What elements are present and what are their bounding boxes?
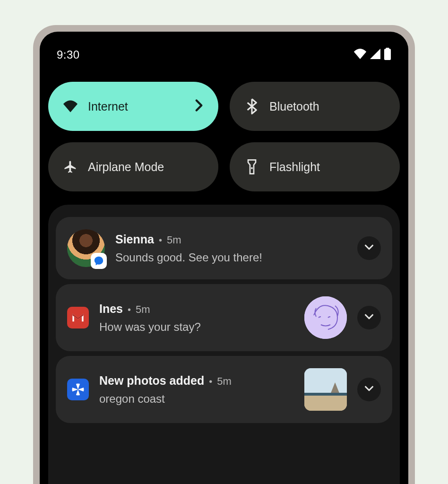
- status-time: 9:30: [57, 48, 80, 61]
- wifi-status-icon: [353, 49, 367, 61]
- airplane-icon: [63, 160, 78, 174]
- status-bar: 9:30: [48, 32, 400, 75]
- qs-tile-bluetooth[interactable]: Bluetooth: [230, 82, 400, 131]
- status-icons: [353, 48, 391, 62]
- notification-thumbnail: [304, 368, 347, 411]
- chevron-down-icon: [364, 244, 374, 252]
- cellular-status-icon: [370, 49, 381, 61]
- notification-text: Sounds good. See you there!: [115, 251, 347, 264]
- messages-app-badge-icon: [91, 253, 107, 269]
- chevron-down-icon: [364, 385, 374, 394]
- qs-tile-flashlight[interactable]: Flashlight: [230, 142, 400, 191]
- notification-card[interactable]: Sienna • 5m Sounds good. See you there!: [56, 217, 392, 279]
- battery-status-icon: [384, 48, 391, 62]
- svg-rect-1: [386, 48, 389, 50]
- notification-card[interactable]: New photos added • 5m oregon coast: [56, 356, 392, 423]
- chevron-down-icon: [364, 313, 374, 322]
- screen: 9:30 Internet: [40, 32, 408, 484]
- svg-rect-0: [384, 49, 391, 60]
- qs-label: Internet: [88, 100, 184, 113]
- quick-settings-grid: Internet Bluetooth Airplane Mode: [48, 75, 400, 205]
- notification-text: oregon coast: [99, 392, 294, 406]
- notification-time: 5m: [167, 234, 181, 246]
- svg-point-2: [251, 167, 253, 169]
- expand-button[interactable]: [357, 306, 381, 329]
- wifi-icon: [63, 99, 78, 113]
- avatar: [67, 229, 105, 267]
- gmail-app-icon: [67, 307, 89, 328]
- notification-body: Sienna • 5m Sounds good. See you there!: [115, 233, 347, 264]
- photos-app-icon: [67, 379, 89, 400]
- notification-sender: Ines: [99, 302, 123, 316]
- notification-body: New photos added • 5m oregon coast: [99, 374, 294, 406]
- notification-sender: Sienna: [115, 233, 154, 246]
- notification-sender: New photos added: [99, 374, 204, 388]
- notification-card[interactable]: Ines • 5m How was your stay?: [56, 284, 392, 351]
- notification-shade: Sienna • 5m Sounds good. See you there!: [48, 205, 400, 484]
- qs-tile-airplane-mode[interactable]: Airplane Mode: [48, 142, 218, 191]
- flashlight-icon: [245, 160, 259, 174]
- bluetooth-icon: [245, 99, 259, 113]
- qs-label: Bluetooth: [269, 100, 385, 113]
- qs-label: Flashlight: [269, 160, 385, 174]
- notification-text: How was your stay?: [99, 320, 294, 334]
- svg-point-3: [304, 296, 347, 339]
- expand-button[interactable]: [357, 378, 381, 401]
- expand-button[interactable]: [357, 236, 381, 260]
- qs-label: Airplane Mode: [88, 160, 203, 174]
- notification-thumbnail: [304, 296, 347, 339]
- notification-body: Ines • 5m How was your stay?: [99, 302, 294, 334]
- svg-rect-5: [304, 394, 347, 411]
- notification-time: 5m: [136, 303, 150, 316]
- device-frame: 9:30 Internet: [33, 25, 415, 484]
- chevron-right-icon: [195, 99, 203, 114]
- notification-time: 5m: [217, 375, 232, 388]
- svg-rect-6: [304, 393, 347, 396]
- svg-rect-4: [304, 368, 347, 394]
- qs-tile-internet[interactable]: Internet: [48, 82, 218, 131]
